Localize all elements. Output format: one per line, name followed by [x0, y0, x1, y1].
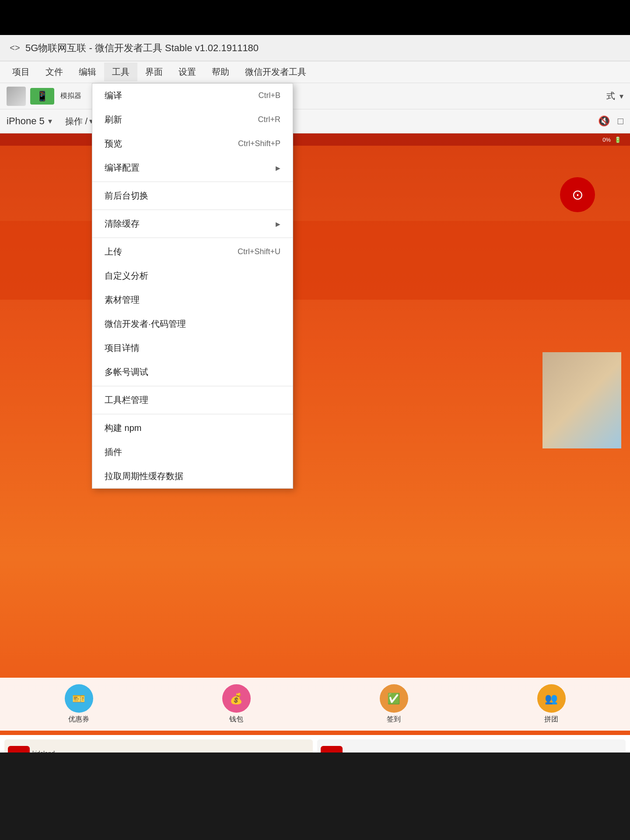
mode-dropdown[interactable]: ▾	[620, 91, 623, 101]
menu-project-detail[interactable]: 项目详情	[92, 336, 293, 360]
menu-frontend-switch[interactable]: 前后台切换	[92, 184, 293, 208]
device-name: iPhone 5	[7, 116, 45, 127]
window-icon[interactable]: □	[618, 116, 623, 127]
dropdown-menu: 编译 Ctrl+B 刷新 Ctrl+R 预览 Ctrl+Shift+P 编译配置…	[92, 83, 293, 489]
menu-file[interactable]: 文件	[38, 63, 71, 81]
clear-cache-arrow: ▶	[276, 220, 280, 228]
menu-interface[interactable]: 界面	[137, 63, 171, 81]
simulator-button[interactable]: 📱	[30, 88, 54, 105]
menu-asset-manage[interactable]: 素材管理	[92, 288, 293, 312]
battery-icon: 🔋	[614, 136, 621, 143]
menu-settings[interactable]: 设置	[171, 63, 204, 81]
menu-refresh[interactable]: 刷新 Ctrl+R	[92, 108, 293, 132]
menu-compile[interactable]: 编译 Ctrl+B	[92, 84, 293, 108]
menu-project[interactable]: 项目	[4, 63, 38, 81]
status-bar-text: 0%	[602, 136, 611, 143]
device-operations: 操作 /	[65, 116, 88, 127]
divider-5	[92, 414, 293, 414]
divider-1	[92, 182, 293, 182]
app-icon: <>	[9, 42, 21, 54]
device-chevron[interactable]: ▾	[48, 116, 52, 126]
target-icon: ⊙	[572, 186, 584, 203]
menu-preview[interactable]: 预览 Ctrl+Shift+P	[92, 132, 293, 156]
title-bar: <> 5G物联网互联 - 微信开发者工具 Stable v1.02.191118…	[0, 35, 630, 61]
divider-4	[92, 386, 293, 386]
menu-upload[interactable]: 上传 Ctrl+Shift+U	[92, 240, 293, 264]
nav-checkin: 签到	[387, 715, 401, 724]
black-top-bar	[0, 0, 630, 35]
nav-coupon: 优惠券	[68, 715, 89, 724]
menu-toolbar-manage[interactable]: 工具栏管理	[92, 388, 293, 412]
menu-custom-analysis[interactable]: 自定义分析	[92, 264, 293, 288]
sound-icon[interactable]: 🔇	[598, 116, 610, 127]
menu-bar: 项目 文件 编辑 工具 界面 设置 帮助 微信开发者工具	[0, 61, 630, 83]
menu-multi-account[interactable]: 多帐号调试	[92, 360, 293, 384]
menu-compile-config[interactable]: 编译配置 ▶	[92, 156, 293, 180]
mode-label: 式	[606, 90, 615, 102]
menu-wechat-dev[interactable]: 微信开发者工具	[237, 63, 314, 81]
avatar	[7, 87, 26, 106]
menu-pull-cache[interactable]: 拉取周期性缓存数据	[92, 464, 293, 488]
window-title: 5G物联网互联 - 微信开发者工具 Stable v1.02.1911180	[25, 42, 259, 55]
menu-clear-cache[interactable]: 清除缓存 ▶	[92, 212, 293, 236]
divider-3	[92, 238, 293, 238]
menu-build-npm[interactable]: 构建 npm	[92, 416, 293, 440]
menu-edit[interactable]: 编辑	[71, 63, 104, 81]
menu-help[interactable]: 帮助	[204, 63, 237, 81]
menu-plugin[interactable]: 插件	[92, 440, 293, 464]
menu-wechat-code[interactable]: 微信开发者·代码管理	[92, 312, 293, 336]
nav-wallet: 钱包	[229, 715, 243, 724]
nav-group: 拼团	[544, 715, 558, 724]
simulator-label: 模拟器	[60, 91, 81, 101]
submenu-arrow: ▶	[276, 164, 280, 172]
menu-tools[interactable]: 工具	[104, 63, 137, 81]
divider-2	[92, 210, 293, 210]
black-bottom-bar	[0, 752, 630, 840]
